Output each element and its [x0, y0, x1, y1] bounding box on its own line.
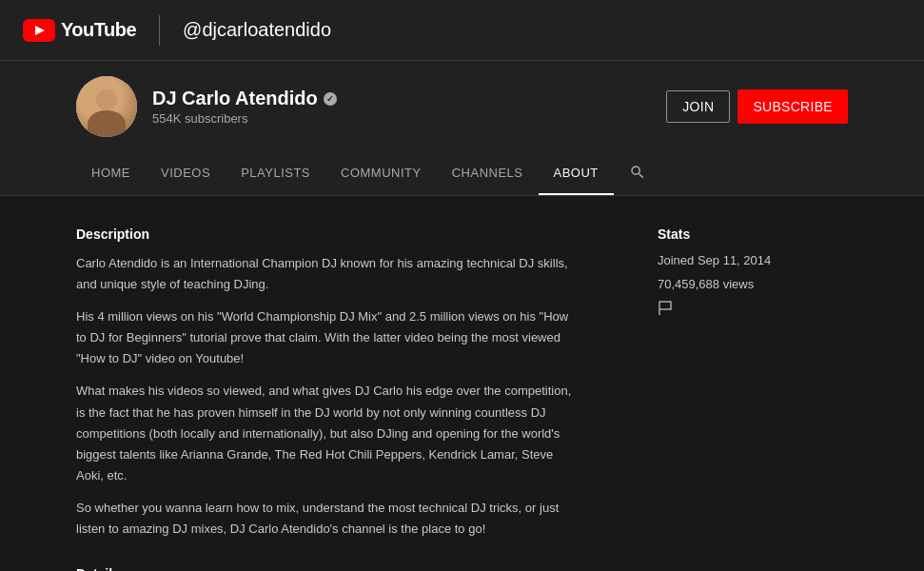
view-count: 70,459,688 views: [658, 277, 848, 291]
tab-home[interactable]: HOME: [76, 152, 146, 195]
channel-handle: @djcarloatendido: [183, 19, 331, 41]
channel-info: DJ Carlo Atendido ✓ 554K subscribers: [76, 76, 337, 137]
tab-channels[interactable]: CHANNELS: [437, 152, 539, 195]
channel-name: DJ Carlo Atendido ✓: [152, 88, 337, 109]
youtube-wordmark: YouTube: [61, 19, 136, 41]
tab-videos[interactable]: VIDEOS: [146, 152, 226, 195]
search-icon[interactable]: [621, 156, 654, 192]
tab-about[interactable]: ABOUT: [539, 152, 614, 195]
description-p3: What makes his videos so viewed, and wha…: [76, 381, 581, 485]
header-divider: [159, 15, 160, 46]
stats-title: Stats: [658, 226, 848, 242]
join-button[interactable]: JOIN: [666, 90, 730, 123]
main-content: Description Carlo Atendido is an Interna…: [0, 196, 924, 571]
channel-text: DJ Carlo Atendido ✓ 554K subscribers: [152, 88, 337, 126]
tab-community[interactable]: COMMUNITY: [325, 152, 437, 195]
details-section: Details Location: United States: [76, 566, 581, 571]
avatar: [76, 76, 137, 137]
description-p4: So whether you wanna learn how to mix, u…: [76, 498, 581, 540]
description-p2: His 4 million views on his "World Champi…: [76, 306, 581, 369]
subscribe-button[interactable]: SUBSCRIBE: [737, 89, 848, 124]
channel-header: DJ Carlo Atendido ✓ 554K subscribers JOI…: [0, 61, 924, 152]
subscriber-count: 554K subscribers: [152, 111, 337, 126]
channel-actions: JOIN SUBSCRIBE: [666, 89, 848, 124]
tab-playlists[interactable]: PLAYLISTS: [226, 152, 325, 195]
description-section: Description Carlo Atendido is an Interna…: [76, 226, 581, 540]
description-p1: Carlo Atendido is an International Champ…: [76, 253, 581, 295]
site-header: YouTube @djcarloatendido: [0, 0, 924, 61]
joined-date: Joined Sep 11, 2014: [658, 253, 848, 267]
flag-icon: [658, 301, 677, 316]
description-title: Description: [76, 226, 581, 242]
left-column: Description Carlo Atendido is an Interna…: [76, 226, 581, 571]
youtube-logo[interactable]: YouTube: [23, 19, 136, 42]
verified-icon: ✓: [324, 92, 337, 106]
details-title: Details: [76, 566, 581, 571]
right-column: Stats Joined Sep 11, 2014 70,459,688 vie…: [658, 226, 848, 571]
channel-nav: HOME VIDEOS PLAYLISTS COMMUNITY CHANNELS…: [0, 152, 924, 196]
